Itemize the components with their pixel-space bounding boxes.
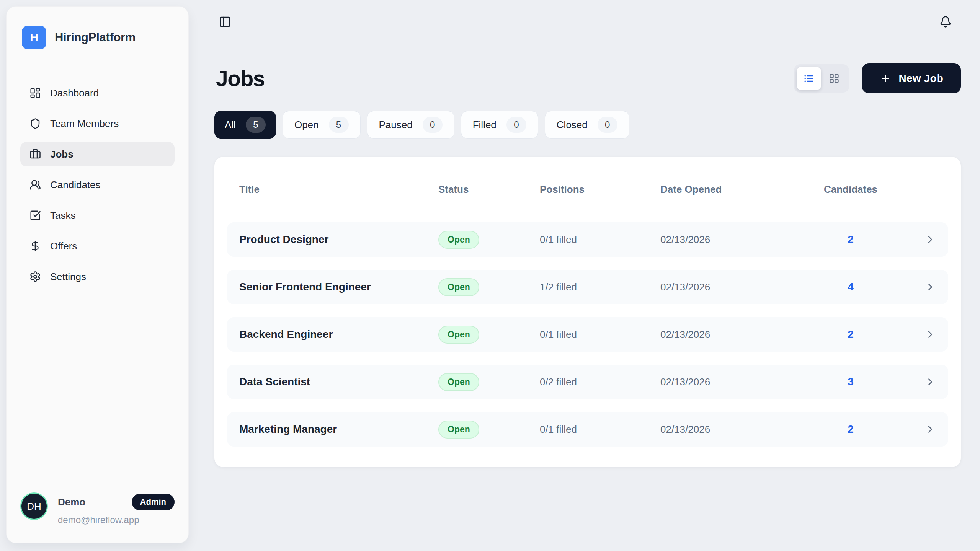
sidebar-nav: Dashboard Team Members Jobs Candidates T…	[20, 81, 175, 289]
filter-tab-open[interactable]: Open 5	[283, 111, 361, 139]
filter-label: Paused	[379, 119, 413, 131]
table-row[interactable]: Marketing Manager Open 0/1 filled 02/13/…	[227, 412, 948, 447]
status-badge: Open	[438, 278, 479, 296]
filter-label: All	[225, 119, 236, 131]
filter-count-badge: 5	[246, 117, 266, 133]
filter-tab-paused[interactable]: Paused 0	[367, 111, 454, 139]
candidates-count[interactable]: 2	[787, 233, 915, 246]
table-header: Title Status Positions Date Opened Candi…	[227, 184, 948, 196]
sidebar-item-label: Candidates	[50, 179, 101, 191]
table-row[interactable]: Senior Frontend Engineer Open 1/2 filled…	[227, 270, 948, 304]
candidates-count[interactable]: 2	[787, 328, 915, 341]
sidebar-item-tasks[interactable]: Tasks	[20, 203, 175, 228]
notifications-button[interactable]	[939, 16, 952, 28]
list-view-button[interactable]	[797, 67, 821, 90]
sidebar-item-dashboard[interactable]: Dashboard	[20, 81, 175, 105]
filter-tab-filled[interactable]: Filled 0	[461, 111, 538, 139]
date-opened-cell: 02/13/2026	[660, 234, 787, 246]
date-opened-cell: 02/13/2026	[660, 281, 787, 293]
positions-cell: 0/2 filled	[540, 376, 660, 388]
sidebar-item-offers[interactable]: Offers	[20, 234, 175, 258]
positions-cell: 0/1 filled	[540, 234, 660, 246]
candidates-count[interactable]: 3	[787, 376, 915, 388]
column-header-candidates: Candidates	[787, 184, 915, 196]
filter-count-badge: 0	[423, 117, 443, 133]
chevron-right-icon	[924, 424, 936, 435]
column-header-title: Title	[239, 184, 438, 196]
brand-name: HiringPlatform	[55, 31, 136, 44]
filter-count-badge: 0	[506, 117, 526, 133]
user-info: Demo Admin demo@hireflow.app	[58, 492, 175, 525]
status-badge: Open	[438, 373, 479, 391]
main-area: Jobs New Job All 5	[195, 0, 980, 551]
bell-icon	[939, 16, 952, 28]
sidebar-item-candidates[interactable]: Candidates	[20, 173, 175, 197]
status-badge: Open	[438, 326, 479, 344]
candidates-count[interactable]: 4	[787, 281, 915, 293]
user-card[interactable]: DH Demo Admin demo@hireflow.app	[20, 492, 175, 525]
job-title: Backend Engineer	[239, 328, 438, 341]
filter-tab-all[interactable]: All 5	[214, 111, 276, 139]
sidebar-item-team-members[interactable]: Team Members	[20, 111, 175, 136]
filter-tab-closed[interactable]: Closed 0	[545, 111, 629, 139]
avatar: DH	[20, 492, 48, 520]
user-email: demo@hireflow.app	[58, 515, 175, 525]
table-row[interactable]: Product Designer Open 0/1 filled 02/13/2…	[227, 222, 948, 257]
topbar	[195, 0, 980, 44]
chevron-right-icon	[924, 376, 936, 388]
gear-icon	[29, 271, 41, 282]
filter-tabs: All 5 Open 5 Paused 0 Filled 0 Closed 0	[214, 111, 961, 139]
table-row[interactable]: Data Scientist Open 0/2 filled 02/13/202…	[227, 365, 948, 399]
sidebar-item-settings[interactable]: Settings	[20, 264, 175, 289]
sidebar-item-jobs[interactable]: Jobs	[20, 142, 175, 166]
sidebar-item-label: Offers	[50, 240, 77, 252]
positions-cell: 0/1 filled	[540, 424, 660, 435]
job-title: Data Scientist	[239, 376, 438, 388]
positions-cell: 1/2 filled	[540, 281, 660, 293]
jobs-table: Title Status Positions Date Opened Candi…	[214, 157, 961, 467]
grid-view-icon	[829, 73, 840, 84]
page-title: Jobs	[216, 66, 265, 91]
job-title: Senior Frontend Engineer	[239, 281, 438, 293]
new-job-label: New Job	[898, 72, 943, 85]
column-header-positions: Positions	[540, 184, 660, 196]
chevron-right-icon	[924, 234, 936, 245]
view-toggle	[794, 64, 849, 93]
panel-left-icon	[219, 16, 231, 28]
sidebar-toggle-button[interactable]	[219, 16, 231, 28]
sidebar-item-label: Tasks	[50, 210, 75, 222]
status-badge: Open	[438, 421, 479, 439]
sidebar-item-label: Team Members	[50, 118, 119, 130]
new-job-button[interactable]: New Job	[862, 63, 961, 93]
positions-cell: 0/1 filled	[540, 329, 660, 341]
dashboard-icon	[29, 87, 41, 99]
filter-label: Closed	[557, 119, 588, 131]
plus-icon	[880, 73, 891, 84]
shield-icon	[29, 118, 41, 129]
sidebar-item-label: Jobs	[50, 148, 74, 160]
filter-label: Filled	[473, 119, 497, 131]
user-name: Demo	[58, 496, 85, 508]
grid-view-button[interactable]	[822, 67, 846, 90]
page-head: Jobs New Job	[214, 63, 961, 93]
dollar-icon	[29, 240, 41, 252]
brand: H HiringPlatform	[20, 26, 175, 49]
brand-logo-icon: H	[22, 26, 46, 49]
list-view-icon	[804, 73, 814, 84]
sidebar-item-label: Settings	[50, 271, 86, 283]
status-badge: Open	[438, 231, 479, 249]
chevron-right-icon	[924, 329, 936, 340]
column-header-status: Status	[438, 184, 540, 196]
filter-count-badge: 0	[598, 117, 617, 133]
sidebar-item-label: Dashboard	[50, 87, 99, 99]
date-opened-cell: 02/13/2026	[660, 329, 787, 341]
date-opened-cell: 02/13/2026	[660, 376, 787, 388]
chevron-right-icon	[924, 281, 936, 293]
task-check-icon	[29, 210, 41, 221]
candidates-count[interactable]: 2	[787, 423, 915, 435]
table-row[interactable]: Backend Engineer Open 0/1 filled 02/13/2…	[227, 317, 948, 352]
job-title: Marketing Manager	[239, 423, 438, 435]
column-header-date-opened: Date Opened	[660, 184, 787, 196]
content: Jobs New Job All 5	[195, 63, 980, 467]
role-badge: Admin	[132, 494, 175, 510]
